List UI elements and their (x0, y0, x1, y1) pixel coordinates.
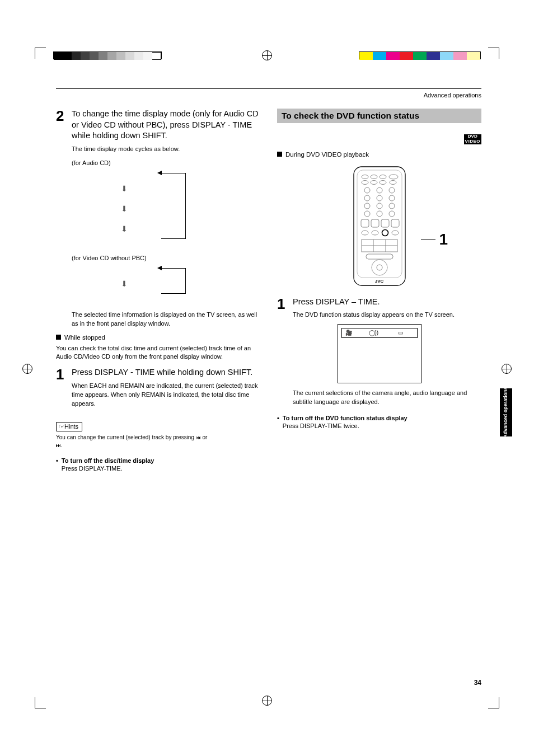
left-column: 2 To change the time display mode (only … (56, 109, 260, 472)
during-playback-label: During DVD VIDEO playback (285, 151, 369, 158)
svg-point-4 (380, 175, 386, 179)
camera-angle-icon: 🎥 (345, 330, 352, 336)
hints-label: Hints (64, 423, 78, 430)
side-tab-advanced-operations: Advanced operations (500, 388, 512, 436)
callout-number-1: 1 (439, 231, 448, 248)
svg-point-16 (364, 203, 370, 209)
svg-rect-25 (391, 219, 399, 227)
right-step-number-1: 1 (277, 297, 287, 320)
during-playback-heading: During DVD VIDEO playback (277, 151, 481, 158)
registration-mark-icon (502, 364, 512, 374)
svg-rect-22 (361, 219, 369, 227)
color-swatch-strip (359, 51, 481, 59)
turn-off-disc-time-title: To turn off the disc/time display (62, 457, 154, 464)
svg-point-26 (362, 231, 368, 235)
svg-rect-24 (381, 219, 389, 227)
selected-time-paragraph: The selected time information is display… (72, 311, 260, 328)
leader-line (421, 240, 435, 240)
right-step-1-sub: The DVD function status display appears … (293, 311, 481, 320)
svg-point-6 (362, 180, 368, 184)
crop-mark (35, 697, 46, 708)
svg-point-17 (377, 203, 382, 209)
left-step-1-sub: When EACH and REMAIN are indicated, the … (72, 382, 260, 408)
hints-text: You can change the current (selected) tr… (56, 434, 260, 449)
left-step-1-title: Press DISPLAY - TIME while holding down … (72, 367, 260, 378)
svg-point-15 (389, 195, 395, 201)
remote-control-illustration: JVC 1 (277, 166, 481, 284)
tv-screen-illustration: 🎥 ◯)) ▭ (338, 324, 421, 383)
turn-off-disc-time-bullet: • To turn off the disc/time display Pres… (56, 457, 260, 472)
step-number-2: 2 (56, 109, 66, 154)
svg-point-3 (371, 175, 377, 179)
svg-point-27 (372, 231, 378, 235)
turn-off-dvd-status-bullet: • To turn off the DVD function status di… (277, 415, 481, 429)
svg-point-14 (377, 195, 382, 201)
svg-point-11 (377, 187, 382, 193)
svg-point-7 (371, 180, 377, 184)
hand-pointer-icon: ☞ (59, 423, 64, 430)
while-stopped-label: While stopped (64, 334, 105, 341)
svg-point-28 (382, 229, 388, 236)
svg-point-2 (362, 175, 368, 179)
turn-off-dvd-status-title: To turn off the DVD function status disp… (283, 415, 407, 421)
video-cd-cycle-diagram: ⬇ (90, 266, 260, 305)
svg-point-36 (377, 265, 382, 270)
step-2-title: To change the time display mode (only fo… (72, 109, 260, 142)
after-tv-paragraph: The current selections of the camera ang… (293, 389, 481, 407)
crop-mark (488, 48, 499, 59)
right-column: To check the DVD function status DVD VID… (277, 109, 481, 472)
header-rule (56, 88, 481, 89)
svg-point-9 (390, 180, 396, 184)
stopped-paragraph: You can check the total disc time and cu… (56, 344, 260, 362)
next-track-icon: ⏭ (56, 443, 61, 448)
svg-point-21 (389, 211, 395, 217)
svg-rect-23 (371, 219, 379, 227)
turn-off-disc-time-body: Press DISPLAY-TIME. (62, 465, 154, 472)
audio-cd-cycle-diagram: ⬇ ⬇ ⬇ (90, 171, 260, 249)
svg-point-20 (377, 211, 382, 217)
svg-point-29 (392, 231, 399, 235)
section-title-bar: To check the DVD function status (277, 109, 481, 123)
svg-point-8 (380, 180, 386, 184)
page-number: 34 (474, 679, 481, 687)
turn-off-dvd-status-body: Press DISPLAY-TIME twice. (283, 422, 407, 429)
dvd-video-badge: DVD VIDEO (464, 134, 481, 144)
header-section-label: Advanced operations (56, 92, 481, 98)
svg-point-18 (389, 203, 395, 209)
svg-point-13 (364, 195, 370, 201)
remote-icon (353, 166, 406, 287)
step-number-1: 1 (56, 367, 66, 408)
video-cd-label: (for Video CD without PBC) (72, 255, 260, 261)
prev-track-icon: ⏮ (196, 435, 201, 440)
grayscale-swatch-strip (53, 51, 162, 59)
svg-rect-34 (366, 254, 393, 259)
tv-status-bar: 🎥 ◯)) ▭ (341, 328, 418, 338)
hints-badge: ☞Hints (56, 422, 82, 431)
step-2-sub: The time display mode cycles as below. (72, 145, 260, 154)
registration-mark-icon (22, 364, 32, 374)
crop-mark (35, 48, 46, 59)
right-step-1-title: Press DISPLAY – TIME. (293, 297, 481, 308)
crop-mark (488, 697, 499, 708)
registration-mark-icon (262, 50, 272, 60)
while-stopped-heading: While stopped (56, 334, 260, 341)
svg-point-19 (364, 211, 370, 217)
registration-mark-icon (262, 696, 272, 706)
svg-point-10 (364, 187, 370, 193)
subtitle-icon: ▭ (398, 330, 403, 336)
audio-language-icon: ◯)) (369, 330, 379, 336)
svg-point-5 (389, 175, 398, 179)
audio-cd-label: (for Audio CD) (72, 159, 260, 166)
svg-point-12 (389, 187, 395, 193)
